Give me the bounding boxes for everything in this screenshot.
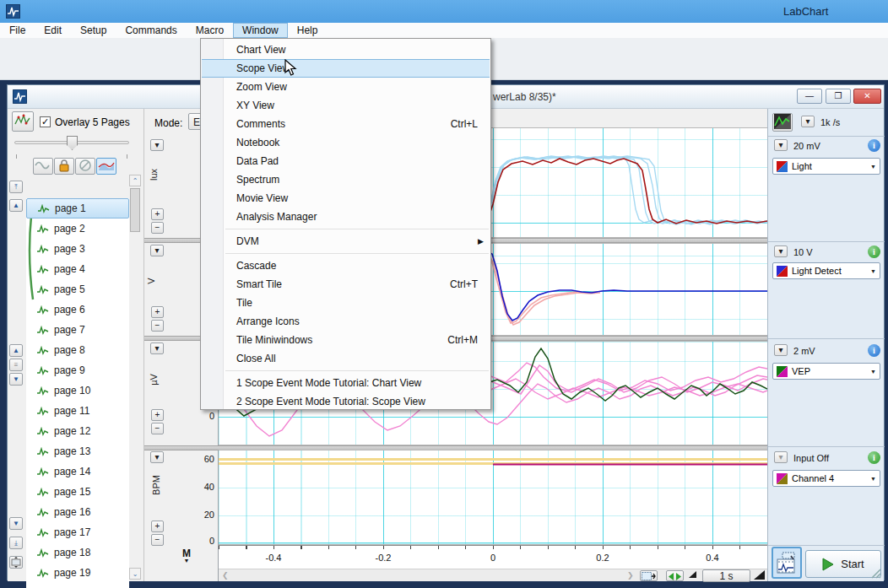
compress-time-button[interactable] (689, 571, 696, 578)
restore-button[interactable]: ❐ (826, 89, 851, 104)
menu-item-dvm[interactable]: DVM▶ (201, 232, 490, 251)
page-navigator-button[interactable] (9, 556, 23, 569)
pages-scrollbar-thumb[interactable] (130, 188, 140, 232)
ch4-chart[interactable] (219, 450, 767, 545)
menu-item-zoom-view[interactable]: Zoom View (201, 78, 490, 96)
menu-setup[interactable]: Setup (71, 23, 116, 38)
overlay-slider-thumb[interactable] (67, 136, 78, 150)
ch1-range-dropdown[interactable]: ▾ (774, 139, 788, 151)
page-item-14[interactable]: page 14 (26, 461, 129, 482)
ch3-scale-dropdown[interactable]: ▾ (150, 343, 164, 354)
scroll-up-page-button[interactable]: ▲ (9, 199, 23, 212)
menu-file[interactable]: File (0, 23, 35, 38)
scroll-down-page-button[interactable]: ▼ (9, 517, 23, 530)
scroll-right-arrow[interactable]: ❯ (627, 569, 634, 581)
lock-button[interactable] (54, 158, 74, 175)
list-scroll-down-button[interactable]: ▼ (9, 373, 23, 386)
overlay-settings-button[interactable] (12, 111, 34, 132)
close-button[interactable]: ✕ (853, 89, 881, 104)
ch2-channel-dropdown[interactable]: Light Detect ▼ (772, 262, 880, 279)
scope-mode-button[interactable] (772, 547, 802, 579)
overlay-display-button[interactable] (96, 158, 116, 175)
auto-fit-button[interactable] (666, 570, 684, 581)
menu-item-xy-view[interactable]: XY View (201, 96, 490, 115)
ch3-channel-dropdown[interactable]: VEP ▼ (772, 363, 880, 380)
page-item-4[interactable]: page 4 (26, 259, 129, 279)
time-scale-display[interactable]: 1 s (702, 569, 750, 582)
menu-item-comments[interactable]: CommentsCtrl+L (201, 115, 490, 133)
ch1-zoom-in-button[interactable]: + (151, 208, 164, 220)
page-item-12[interactable]: page 12 (26, 421, 129, 441)
page-item-20[interactable]: page 20 (26, 583, 129, 588)
resize-grip[interactable] (870, 568, 882, 580)
ch3-zoom-out-button[interactable]: − (151, 423, 164, 434)
page-item-10[interactable]: page 10 (26, 380, 129, 401)
menu-item-arrange-icons[interactable]: Arrange Icons (201, 312, 490, 331)
expand-time-button[interactable] (754, 570, 765, 580)
scroll-left-arrow[interactable]: ❮ (222, 569, 229, 581)
ch4-scale-dropdown[interactable]: ▾ (150, 451, 164, 463)
page-item-16[interactable]: page 16 (26, 502, 129, 522)
ch1-scale-dropdown[interactable]: ▾ (150, 139, 164, 151)
page-item-5[interactable]: page 5 (26, 279, 129, 299)
menu-item-movie-view[interactable]: Movie View (201, 189, 490, 208)
marker-handle[interactable]: M ▼ (181, 548, 192, 563)
minimize-button[interactable]: — (797, 89, 822, 104)
page-item-9[interactable]: page 9 (26, 360, 129, 380)
menu-commands[interactable]: Commands (116, 23, 186, 38)
ch3-info-icon[interactable]: i (868, 344, 880, 357)
overlay-pages-checkbox[interactable]: ✓ (40, 116, 51, 127)
page-item-2[interactable]: page 2 (26, 218, 129, 239)
ch4-info-icon[interactable]: i (868, 451, 880, 464)
ch1-zoom-out-button[interactable]: − (151, 222, 164, 234)
ch4-range-dropdown[interactable]: ▾ (774, 451, 788, 463)
ch4-zoom-in-button[interactable]: + (151, 521, 164, 532)
ch3-zoom-in-button[interactable]: + (151, 409, 164, 421)
scroll-first-page-button[interactable]: ⤒ (9, 181, 23, 193)
menu-item-close-all[interactable]: Close All (201, 349, 490, 368)
menu-item-recent-chart-view[interactable]: 1 Scope Event Mode Tutorial: Chart View (201, 374, 490, 392)
menu-item-spectrum[interactable]: Spectrum (201, 170, 490, 189)
menu-item-tile[interactable]: Tile (201, 294, 490, 312)
ch1-info-icon[interactable]: i (868, 139, 880, 152)
menu-window[interactable]: Window (233, 23, 288, 38)
list-scroll-up-button[interactable]: ▲ (9, 344, 23, 357)
menu-item-cascade[interactable]: Cascade (201, 256, 490, 275)
menu-item-recent-scope-view[interactable]: 2 Scope Event Mode Tutorial: Scope View (201, 392, 490, 411)
page-item-7[interactable]: page 7 (26, 320, 129, 340)
ch2-zoom-in-button[interactable]: + (151, 306, 164, 318)
chart-scrollbar[interactable]: ❮ ❯ 1 s (219, 569, 767, 581)
page-item-18[interactable]: page 18 (26, 542, 129, 563)
menu-item-smart-tile[interactable]: Smart TileCtrl+T (201, 275, 490, 294)
menu-help[interactable]: Help (288, 23, 328, 38)
page-item-3[interactable]: page 3 (26, 239, 129, 259)
ch2-range-dropdown[interactable]: ▾ (774, 245, 788, 257)
ch2-scale-dropdown[interactable]: ▾ (150, 245, 164, 256)
page-item-13[interactable]: page 13 (26, 441, 129, 461)
scroll-to-end-button[interactable] (640, 570, 658, 581)
ch4-channel-dropdown[interactable]: Channel 4 ▼ (772, 470, 880, 487)
menu-item-data-pad[interactable]: Data Pad (201, 152, 490, 170)
list-scroll-thumb[interactable]: ≡ (9, 359, 23, 371)
rate-dropdown[interactable]: ▾ (801, 116, 815, 127)
menu-item-tile-miniwindows[interactable]: Tile MiniwindowsCtrl+M (201, 331, 490, 349)
scroll-last-page-button[interactable]: ⤓ (9, 537, 23, 549)
page-item-11[interactable]: page 11 (26, 401, 129, 421)
menu-item-analysis-manager[interactable]: Analysis Manager (201, 208, 490, 226)
menu-macro[interactable]: Macro (187, 23, 233, 38)
ch2-info-icon[interactable]: i (868, 245, 880, 258)
menu-item-chart-view[interactable]: Chart View (201, 40, 490, 59)
ch1-channel-dropdown[interactable]: Light ▼ (772, 158, 880, 175)
page-item-17[interactable]: page 17 (26, 522, 129, 542)
menu-item-scope-view[interactable]: Scope View (202, 59, 490, 78)
ch2-zoom-out-button[interactable]: − (151, 320, 164, 332)
page-item-6[interactable]: page 6 (26, 299, 129, 320)
ch3-range-dropdown[interactable]: ▾ (774, 344, 788, 356)
pages-scrollbar-up[interactable]: ⌃ (129, 175, 141, 186)
pages-scrollbar-down[interactable]: ⌄ (129, 568, 141, 580)
menu-item-notebook[interactable]: Notebook (201, 133, 490, 152)
exclude-button[interactable] (75, 158, 95, 175)
page-item-8[interactable]: page 8 (26, 340, 129, 360)
ch4-zoom-out-button[interactable]: − (151, 534, 164, 546)
wave-mode-button[interactable] (33, 158, 53, 175)
